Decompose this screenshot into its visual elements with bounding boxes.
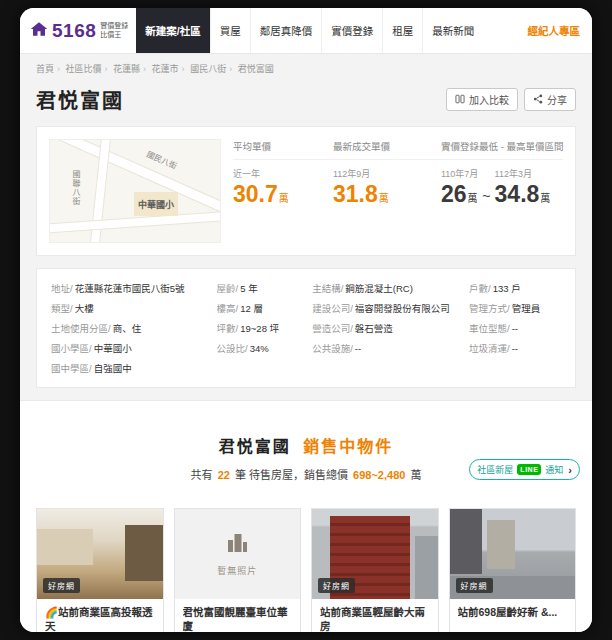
listing-photo-placeholder: 暫無照片 bbox=[175, 509, 301, 599]
detail-builder: 營造公司/磐石營造 bbox=[312, 321, 461, 335]
listing-count: 22 bbox=[218, 469, 230, 481]
line-icon: LINE bbox=[517, 464, 541, 475]
main-nav: 新建案/社區 買屋 鄰居真降價 實價登錄 租屋 最新新聞 bbox=[136, 8, 483, 53]
stat-latest: 112年9月 31.8萬 bbox=[333, 167, 441, 206]
listing-title: 站前商業區輕屋齡大兩房 bbox=[320, 606, 430, 632]
title-row: 君悦富國 加入比較 分享 bbox=[20, 77, 592, 118]
stats-headers: 平均單價 最新成交單價 實價登錄最低 - 最高單價區間 bbox=[233, 139, 563, 160]
site-logo[interactable]: 5168 實價登錄 比價王 bbox=[20, 8, 136, 53]
detail-households: 戶數/133 戶 bbox=[469, 281, 561, 295]
map-school-label: 中華國小 bbox=[138, 198, 174, 211]
listing-card[interactable]: 好房網 🌈站前商業區高投報透天 22.18 坪 2 房(室) 4 樓 768萬 bbox=[36, 508, 164, 632]
stat-header-latest: 最新成交單價 bbox=[333, 139, 441, 153]
listing-cards: 好房網 🌈站前商業區高投報透天 22.18 坪 2 房(室) 4 樓 768萬 … bbox=[36, 508, 576, 632]
title-actions: 加入比較 分享 bbox=[446, 88, 576, 111]
price-stats: 平均單價 最新成交單價 實價登錄最低 - 最高單價區間 近一年 30.7萬 11… bbox=[233, 139, 563, 243]
detail-facilities: 公共設施/-- bbox=[312, 341, 461, 355]
breadcrumb-street[interactable]: 國民八街 bbox=[190, 64, 226, 74]
detail-junior-high: 國中學區/自強國中 bbox=[51, 361, 209, 375]
map-street-label: 國民八街 bbox=[145, 148, 179, 171]
breadcrumb-compare[interactable]: 社區比價 bbox=[66, 64, 102, 74]
stat-avg: 近一年 30.7萬 bbox=[233, 167, 333, 206]
stat-header-range: 實價登錄最低 - 最高單價區間 bbox=[441, 139, 563, 153]
listing-photo: 好房網 bbox=[312, 509, 438, 599]
breadcrumb-city[interactable]: 花蓮市 bbox=[152, 64, 179, 74]
breadcrumb-home[interactable]: 首頁 bbox=[36, 64, 54, 74]
detail-public-ratio: 公設比/34% bbox=[217, 341, 305, 355]
detail-structure: 主結構/鋼筋混凝土(RC) bbox=[312, 281, 461, 295]
stat-header-avg: 平均單價 bbox=[233, 139, 333, 153]
source-badge: 好房網 bbox=[43, 578, 80, 593]
nav-tab-rent[interactable]: 租屋 bbox=[382, 8, 422, 53]
listing-card[interactable]: 好房網 站前698屋齡好新 &... 19.77 坪 2 房(室) 2 樓 69… bbox=[449, 508, 577, 632]
stats-values: 近一年 30.7萬 112年9月 31.8萬 110年7月 26萬 ~ bbox=[233, 160, 563, 206]
listing-title: 🌈站前商業區高投報透天 bbox=[45, 606, 155, 632]
nav-tab-buy[interactable]: 買屋 bbox=[210, 8, 250, 53]
detail-elementary: 國小學區/中華國小 bbox=[51, 341, 209, 355]
detail-garbage: 垃圾清運/-- bbox=[469, 341, 561, 355]
detail-parking: 車位型態/-- bbox=[469, 321, 561, 335]
house-logo-icon bbox=[30, 21, 48, 41]
nav-tab-price-drop[interactable]: 鄰居真降價 bbox=[250, 8, 322, 53]
price-range: 698~2,480 bbox=[353, 469, 405, 481]
source-badge: 好房網 bbox=[456, 578, 493, 593]
share-button[interactable]: 分享 bbox=[524, 88, 576, 111]
range-low: 110年7月 26萬 bbox=[441, 167, 478, 206]
latest-price-value: 31.8萬 bbox=[333, 183, 441, 206]
breadcrumb-current: 君悦富國 bbox=[238, 64, 274, 74]
nav-tab-news[interactable]: 最新新聞 bbox=[422, 8, 483, 53]
detail-size: 坪數/19~28 坪 bbox=[217, 321, 305, 335]
detail-address: 地址/花蓮縣花蓮市國民八街5號 bbox=[51, 281, 209, 295]
listing-title: 君悅富國靚麗臺車位華廈 bbox=[183, 606, 293, 632]
listings-section: 君悦富國 銷售中物件 共有 22 筆 待售房屋，銷售總價 698~2,480 萬… bbox=[20, 400, 592, 632]
location-map[interactable]: 國聯八街 國民八街 中華國小 bbox=[49, 139, 221, 243]
source-badge: 好房網 bbox=[318, 578, 355, 593]
chevron-right-icon: › bbox=[568, 464, 572, 476]
map-street-label: 國聯八街 bbox=[70, 170, 81, 206]
nav-tab-new-community[interactable]: 新建案/社區 bbox=[136, 8, 209, 53]
line-notify-button[interactable]: 社區新屋 LINE 通知 › bbox=[469, 459, 580, 480]
range-high: 112年3月 34.8萬 bbox=[495, 167, 551, 206]
detail-developer: 建設公司/福容開發股份有限公司 bbox=[312, 301, 461, 315]
nav-tab-price-registry[interactable]: 實價登錄 bbox=[321, 8, 382, 53]
listing-card[interactable]: 暫無照片 君悅富國靚麗臺車位華廈 32.83 坪 2 房(室) 2-12 樓 1… bbox=[174, 508, 302, 632]
listing-title: 站前698屋齡好新 &... bbox=[458, 606, 568, 632]
detail-type: 類型/大樓 bbox=[51, 301, 209, 315]
detail-management: 管理方式/管理員 bbox=[469, 301, 561, 315]
page-title: 君悦富國 bbox=[36, 85, 124, 114]
breadcrumb-county[interactable]: 花蓮縣 bbox=[113, 64, 140, 74]
detail-zoning: 土地使用分區/商、住 bbox=[51, 321, 209, 335]
listing-photo: 好房網 bbox=[37, 509, 163, 599]
listing-card[interactable]: 好房網 站前商業區輕屋齡大兩房 39.07 坪 -- 房(室) 1 樓 2,48… bbox=[311, 508, 439, 632]
browser-page: 5168 實價登錄 比價王 新建案/社區 買屋 鄰居真降價 實價登錄 租屋 最新… bbox=[20, 8, 592, 632]
breadcrumb: 首頁› 社區比價› 花蓮縣› 花蓮市› 國民八街› 君悦富國 bbox=[20, 54, 592, 77]
share-icon bbox=[533, 94, 543, 106]
detail-age: 屋齡/5 年 bbox=[217, 281, 305, 295]
listings-heading: 君悦富國 銷售中物件 bbox=[36, 433, 576, 457]
avg-price-value: 30.7萬 bbox=[233, 183, 333, 206]
add-compare-button[interactable]: 加入比較 bbox=[446, 88, 518, 111]
stat-range: 110年7月 26萬 ~ 112年3月 34.8萬 bbox=[441, 167, 563, 206]
no-photo-icon bbox=[224, 531, 250, 559]
agent-zone-link[interactable]: 經紀人專區 bbox=[516, 8, 593, 53]
compare-icon bbox=[455, 94, 465, 106]
summary-card: 國聯八街 國民八街 中華國小 平均單價 最新成交單價 實價登錄最低 - 最高單價… bbox=[36, 126, 576, 256]
logo-number: 5168 bbox=[52, 20, 96, 42]
detail-floors: 樓高/12 層 bbox=[217, 301, 305, 315]
logo-tagline: 實價登錄 比價王 bbox=[100, 22, 128, 40]
site-header: 5168 實價登錄 比價王 新建案/社區 買屋 鄰居真降價 實價登錄 租屋 最新… bbox=[20, 8, 592, 54]
property-details: 地址/花蓮縣花蓮市國民八街5號 屋齡/5 年 主結構/鋼筋混凝土(RC) 戶數/… bbox=[36, 268, 576, 388]
range-tilde: ~ bbox=[482, 188, 490, 206]
listing-photo: 好房網 bbox=[450, 509, 576, 599]
